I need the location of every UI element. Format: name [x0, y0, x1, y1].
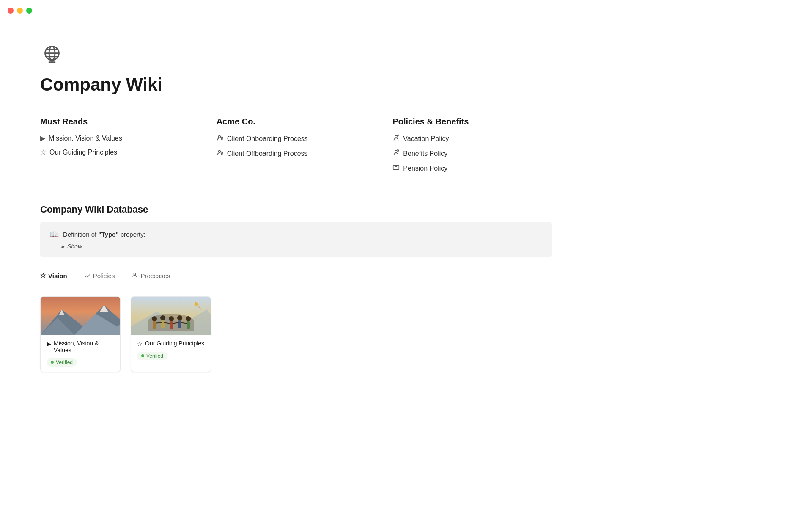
tab-vision-icon: ☆ — [40, 272, 46, 279]
section-acme-heading: Acme Co. — [217, 117, 376, 127]
window-controls — [8, 8, 32, 14]
svg-line-34 — [165, 323, 170, 323]
svg-rect-13 — [393, 165, 399, 169]
link-benefits-policy-label: Benefits Policy — [403, 150, 447, 157]
maximize-button[interactable] — [26, 8, 32, 14]
section-policies: Policies & Benefits Vacation Policy — [392, 117, 552, 179]
main-content: Company Wiki Must Reads ▶ Mission, Visio… — [0, 0, 592, 406]
callout-toggle[interactable]: ▶ Show — [61, 243, 543, 250]
offboarding-icon — [217, 149, 224, 158]
card-mountain-image — [41, 297, 120, 335]
link-client-offboarding-label: Client Offboarding Process — [227, 150, 308, 157]
book-icon: 📖 — [49, 229, 59, 239]
minimize-button[interactable] — [17, 8, 23, 14]
tab-vision[interactable]: ☆ Vision — [40, 268, 76, 284]
svg-line-35 — [173, 323, 178, 323]
database-section: Company Wiki Database 📖 Definition of "T… — [40, 204, 552, 372]
card-guiding-badge: Verified — [137, 352, 167, 360]
link-benefits-policy[interactable]: Benefits Policy — [392, 149, 552, 158]
link-client-onboarding-label: Client Onboarding Process — [227, 135, 308, 143]
card-mission-body: ▶ Mission, Vision & Values Verified — [41, 335, 120, 372]
link-client-onboarding[interactable]: Client Onboarding Process — [217, 134, 376, 143]
link-guiding-principles[interactable]: ☆ Our Guiding Principles — [40, 148, 200, 156]
card-mission-vision[interactable]: ▶ Mission, Vision & Values Verified — [40, 296, 121, 372]
svg-point-7 — [218, 135, 220, 138]
svg-point-12 — [395, 150, 397, 152]
svg-point-8 — [221, 137, 222, 138]
link-client-offboarding[interactable]: Client Offboarding Process — [217, 149, 376, 158]
database-title: Company Wiki Database — [40, 204, 552, 215]
pension-icon — [392, 164, 400, 173]
badge-dot-2-icon — [141, 354, 144, 357]
card-mission-icon: ▶ — [47, 340, 51, 347]
svg-point-14 — [134, 273, 136, 275]
section-must-reads-heading: Must Reads — [40, 117, 200, 127]
tab-processes[interactable]: Processes — [132, 268, 178, 284]
card-mission-badge: Verified — [47, 358, 77, 367]
tab-vision-label: Vision — [48, 272, 67, 279]
svg-rect-32 — [187, 321, 190, 329]
tab-processes-icon — [132, 272, 138, 279]
svg-point-27 — [169, 316, 174, 321]
cards-grid: ▶ Mission, Vision & Values Verified — [40, 296, 552, 372]
link-guiding-principles-label: Our Guiding Principles — [49, 149, 117, 156]
sections-grid: Must Reads ▶ Mission, Vision & Values ☆ … — [40, 117, 552, 179]
card-guiding-title: ☆ Our Guiding Principles — [137, 340, 205, 347]
callout-toggle-label: Show — [67, 243, 82, 250]
svg-point-9 — [218, 150, 220, 152]
card-guiding-principles[interactable]: ☆ Our Guiding Principles Verified — [131, 296, 211, 372]
star-icon: ☆ — [40, 148, 46, 156]
svg-rect-26 — [161, 320, 165, 328]
tabs-bar: ☆ Vision Policies Processes — [40, 268, 552, 284]
svg-rect-28 — [170, 321, 173, 329]
callout-header: 📖 Definition of "Type" property: — [49, 229, 543, 239]
svg-point-11 — [395, 135, 397, 138]
tab-policies-icon — [84, 272, 91, 279]
svg-point-10 — [221, 152, 222, 153]
svg-rect-30 — [178, 320, 181, 328]
svg-point-31 — [186, 316, 191, 321]
card-mission-badge-label: Verified — [56, 359, 73, 365]
svg-line-36 — [181, 323, 187, 323]
tab-policies-label: Policies — [93, 272, 115, 279]
card-guiding-badge-label: Verified — [146, 353, 163, 359]
type-callout: 📖 Definition of "Type" property: ▶ Show — [40, 222, 552, 257]
svg-line-33 — [156, 323, 161, 323]
callout-bold: "Type" — [98, 231, 118, 238]
card-mission-title-label: Mission, Vision & Values — [54, 340, 114, 353]
section-acme: Acme Co. Client Onboarding Process — [217, 117, 376, 179]
link-pension-policy-label: Pension Policy — [403, 165, 447, 172]
toggle-arrow-icon: ▶ — [61, 244, 65, 249]
link-vacation-policy-label: Vacation Policy — [403, 135, 449, 143]
tab-policies[interactable]: Policies — [84, 268, 123, 284]
card-guiding-body: ☆ Our Guiding Principles Verified — [131, 335, 211, 365]
benefits-icon — [392, 149, 400, 158]
card-guiding-icon: ☆ — [137, 340, 143, 347]
svg-point-29 — [177, 315, 182, 320]
vacation-icon — [392, 134, 400, 143]
section-policies-heading: Policies & Benefits — [392, 117, 552, 127]
card-guiding-title-label: Our Guiding Principles — [145, 340, 204, 347]
badge-dot-icon — [51, 361, 54, 364]
link-pension-policy[interactable]: Pension Policy — [392, 164, 552, 173]
link-mission-vision-label: Mission, Vision & Values — [49, 135, 122, 142]
onboarding-icon — [217, 134, 224, 143]
callout-text: Definition of "Type" property: — [63, 231, 145, 238]
link-vacation-policy[interactable]: Vacation Policy — [392, 134, 552, 143]
svg-point-25 — [160, 315, 165, 320]
page-title: Company Wiki — [40, 75, 552, 95]
tab-processes-label: Processes — [140, 272, 170, 279]
card-people-image — [131, 297, 211, 335]
card-mission-title: ▶ Mission, Vision & Values — [47, 340, 114, 353]
svg-point-23 — [152, 316, 157, 321]
close-button[interactable] — [8, 8, 14, 14]
page-icon — [40, 42, 552, 68]
flag-icon: ▶ — [40, 134, 45, 142]
section-must-reads: Must Reads ▶ Mission, Vision & Values ☆ … — [40, 117, 200, 179]
svg-rect-24 — [153, 321, 156, 329]
link-mission-vision[interactable]: ▶ Mission, Vision & Values — [40, 134, 200, 142]
